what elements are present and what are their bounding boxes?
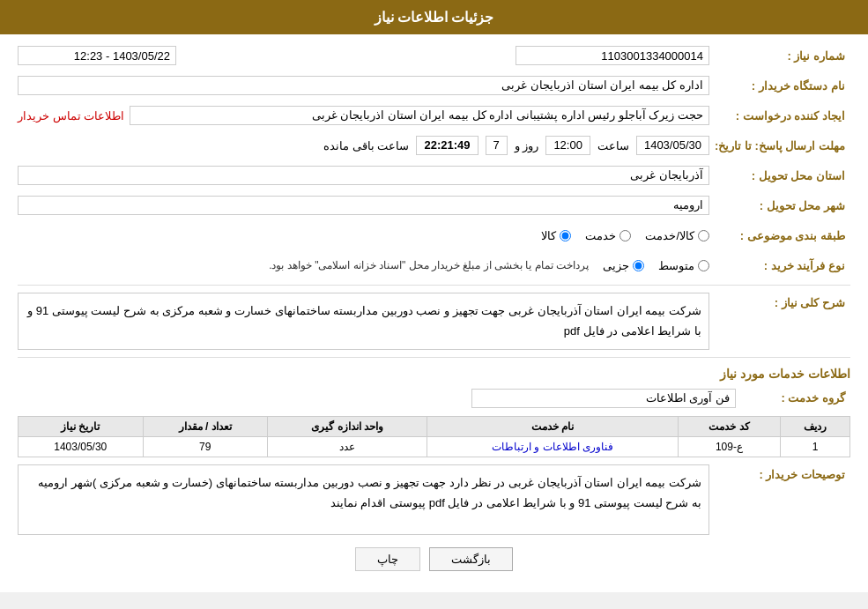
- deadline-remaining: 22:21:49: [416, 136, 478, 155]
- shomara-label: شماره نیاز :: [709, 49, 850, 63]
- radio-khadamat-item: خدمت: [585, 229, 631, 242]
- table-row: 1 ع-109 فناوری اطلاعات و ارتباطات عدد 79…: [19, 436, 850, 457]
- radio-khadamat[interactable]: [619, 230, 631, 241]
- row-sharh: شرح کلی نیاز : شرکت بیمه ایران استان آذر…: [18, 293, 850, 350]
- sharh-value: شرکت بیمه ایران استان آذربایجان غربی جهت…: [18, 293, 709, 350]
- radio-kala-khadamat-label: کالا/خدمت: [645, 229, 694, 242]
- radio-kala[interactable]: [560, 230, 571, 241]
- time-label: ساعت: [597, 139, 629, 152]
- radio-khadamat-label: خدمت: [585, 229, 616, 242]
- back-button[interactable]: بازگشت: [429, 547, 513, 571]
- radio-mottavasit[interactable]: [698, 260, 709, 271]
- mohlat-label: مهلت ارسال پاسخ: تا تاریخ:: [709, 139, 850, 152]
- col-tarikh: تاریخ نیاز: [19, 416, 144, 436]
- farayand-note: پرداخت تمام یا بخشی از مبلغ خریدار محل "…: [269, 259, 589, 271]
- row-ijad-konande: ایجاد کننده درخواست : حجت زیرک آباجلو رئ…: [18, 103, 850, 128]
- col-vahed: واحد اندازه گیری: [267, 416, 427, 436]
- col-kod: کد خدمت: [678, 416, 780, 436]
- radio-kala-khadamat[interactable]: [698, 230, 709, 241]
- group-label: گروه خدمت :: [736, 391, 850, 405]
- ostan-value: آذربایجان غربی: [18, 166, 709, 185]
- ijad-konande-label: ایجاد کننده درخواست :: [709, 109, 850, 123]
- radio-mottavasit-label: متوسط: [658, 259, 694, 272]
- radio-jozi[interactable]: [633, 260, 644, 271]
- services-header-row: ردیف کد خدمت نام خدمت واحد اندازه گیری ت…: [19, 416, 850, 436]
- separator1: [18, 285, 850, 286]
- day-label: روز و: [515, 139, 539, 152]
- shomara-value: 1103001334000014: [516, 46, 709, 65]
- khadamat-title: اطلاعات خدمات مورد نیاز: [18, 367, 850, 381]
- services-table-head: ردیف کد خدمت نام خدمت واحد اندازه گیری ت…: [19, 416, 850, 436]
- row-shomara: شماره نیاز : 1103001334000014 1403/05/22…: [18, 43, 850, 68]
- radio-kala-khadamat-item: کالا/خدمت: [645, 229, 709, 242]
- row-farayand: نوع فرآیند خرید : متوسط جزیی پرداخت تمام…: [18, 253, 850, 278]
- tabaghe-radios: کالا/خدمت خدمت کالا: [541, 229, 709, 242]
- buyer-notes-label: توصیحات خریدار :: [709, 464, 850, 481]
- radio-jozi-item: جزیی: [603, 259, 644, 272]
- tabaghe-label: طبقه بندی موضوعی :: [709, 229, 850, 242]
- ijad-konande-value: حجت زیرک آباجلو رئیس اداره پشتیبانی ادار…: [130, 106, 709, 125]
- shahr-value: ارومیه: [18, 196, 709, 215]
- cell-tarikh: 1403/05/30: [19, 436, 144, 457]
- header-title: جزئیات اطلاعات نیاز: [375, 10, 494, 25]
- shahr-label: شهر محل تحویل :: [709, 199, 850, 212]
- separator2: [18, 357, 850, 358]
- radio-mottavasit-item: متوسط: [658, 259, 709, 272]
- tarikh-value: 1403/05/22 - 12:23: [18, 46, 176, 65]
- row-mohlat: مهلت ارسال پاسخ: تا تاریخ: 1403/05/30 سا…: [18, 133, 850, 158]
- remaining-label: ساعت باقی مانده: [323, 139, 409, 152]
- col-tedad: تعداد / مقدار: [143, 416, 267, 436]
- sharh-label: شرح کلی نیاز :: [709, 293, 850, 309]
- row-buyer-notes: توصیحات خریدار : شرکت بیمه ایران استان آ…: [18, 464, 850, 535]
- ostan-label: استان محل تحویل :: [709, 169, 850, 182]
- row-ostan: استان محل تحویل : آذربایجان غربی: [18, 163, 850, 188]
- services-table: ردیف کد خدمت نام خدمت واحد اندازه گیری ت…: [18, 416, 850, 457]
- row-tabaghe: طبقه بندی موضوعی : کالا/خدمت خدمت کالا: [18, 223, 850, 248]
- farayand-radios: متوسط جزیی: [603, 259, 709, 272]
- page-header: جزئیات اطلاعات نیاز: [0, 0, 868, 34]
- deadline-day: 7: [486, 136, 508, 155]
- radio-kala-label: کالا: [541, 229, 556, 242]
- row-shahr: شهر محل تحویل : ارومیه: [18, 193, 850, 218]
- cell-kod: ع-109: [678, 436, 780, 457]
- row-group: گروه خدمت : فن آوری اطلاعات: [18, 386, 850, 411]
- buyer-notes-value: شرکت بیمه ایران استان آذربایجان غربی در …: [18, 464, 709, 535]
- services-table-body: 1 ع-109 فناوری اطلاعات و ارتباطات عدد 79…: [19, 436, 850, 457]
- main-container: جزئیات اطلاعات نیاز شماره نیاز : 1103001…: [0, 0, 868, 592]
- radio-kala-item: کالا: [541, 229, 571, 242]
- cell-nam[interactable]: فناوری اطلاعات و ارتباطات: [427, 436, 679, 457]
- cell-tedad: 79: [143, 436, 267, 457]
- col-nam: نام خدمت: [427, 416, 679, 436]
- page-content: شماره نیاز : 1103001334000014 1403/05/22…: [0, 34, 868, 592]
- date-row: 1403/05/30 ساعت 12:00 روز و 7 22:21:49 س…: [18, 136, 709, 155]
- cell-vahed: عدد: [267, 436, 427, 457]
- col-radif: ردیف: [781, 416, 850, 436]
- nam-dastgah-value: اداره کل بیمه ایران استان اذربایجان غربی: [18, 76, 709, 95]
- nam-dastgah-label: نام دستگاه خریدار :: [709, 79, 850, 93]
- print-button[interactable]: چاپ: [355, 547, 420, 571]
- cell-radif: 1: [781, 436, 850, 457]
- deadline-time: 12:00: [545, 136, 590, 155]
- deadline-date: 1403/05/30: [636, 136, 709, 155]
- etela-link[interactable]: اطلاعات تماس خریدار: [18, 109, 124, 123]
- row-nam-dastgah: نام دستگاه خریدار : اداره کل بیمه ایران …: [18, 73, 850, 98]
- radio-jozi-label: جزیی: [603, 259, 629, 272]
- farayand-label: نوع فرآیند خرید :: [709, 259, 850, 272]
- group-value: فن آوری اطلاعات: [471, 389, 736, 408]
- button-row: بازگشت چاپ: [18, 547, 850, 571]
